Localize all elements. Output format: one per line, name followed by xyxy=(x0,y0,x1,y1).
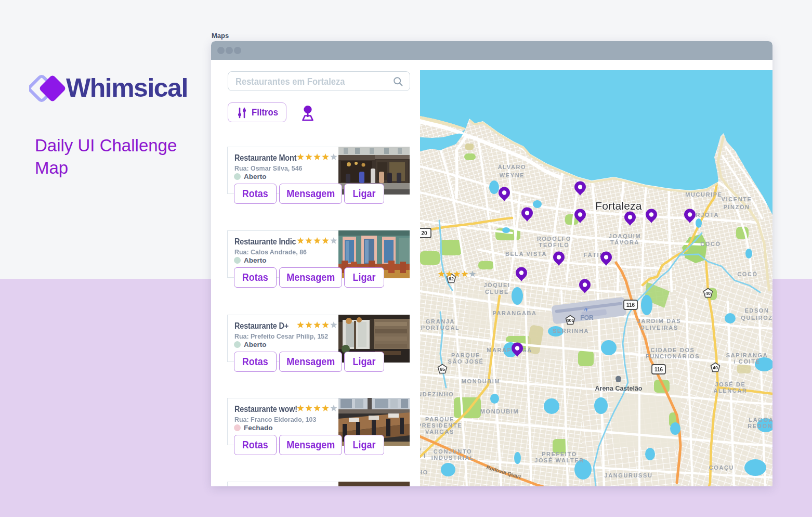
svg-text:CLUBE: CLUBE xyxy=(485,289,509,295)
svg-text:PARQUE: PARQUE xyxy=(451,352,480,358)
svg-text:JÓQUEI: JÓQUEI xyxy=(483,282,510,288)
svg-text:VARGAS: VARGAS xyxy=(425,429,454,435)
svg-text:MARAPONGA: MARAPONGA xyxy=(487,347,532,353)
svg-text:Arena Castelão: Arena Castelão xyxy=(595,385,642,392)
svg-text:ÁLVARO: ÁLVARO xyxy=(498,164,526,170)
svg-text:PARQUE: PARQUE xyxy=(425,416,454,422)
svg-text:40: 40 xyxy=(713,365,718,370)
svg-text:VICENTE: VICENTE xyxy=(722,196,752,202)
svg-text:65: 65 xyxy=(440,367,445,372)
svg-text:MUCURIPE: MUCURIPE xyxy=(685,191,722,198)
svg-text:BELA VISTA: BELA VISTA xyxy=(505,251,547,257)
svg-text:COAÇU: COAÇU xyxy=(709,464,734,471)
svg-text:JARDIM DAS: JARDIM DAS xyxy=(637,318,681,324)
svg-text:62: 62 xyxy=(449,276,454,281)
svg-text:LAGOA-: LAGOA- xyxy=(749,417,772,423)
svg-text:JOSÉ DE: JOSÉ DE xyxy=(715,381,746,387)
svg-text:JOAQUIM: JOAQUIM xyxy=(609,233,641,239)
svg-text:PRESIDENTE: PRESIDENTE xyxy=(420,422,462,429)
svg-text:WEYNE: WEYNE xyxy=(500,172,525,178)
svg-text:TEÓFILO: TEÓFILO xyxy=(539,242,570,248)
svg-text:MONDUBIM: MONDUBIM xyxy=(480,408,519,415)
svg-text:RE I: RE I xyxy=(420,453,426,459)
svg-text:REDOND: REDOND xyxy=(748,423,772,429)
svg-text:EDSON: EDSON xyxy=(744,307,769,314)
svg-text:HO: HO xyxy=(420,469,428,475)
svg-text:JOSÉ WALTER: JOSÉ WALTER xyxy=(534,457,584,463)
svg-text:/ COITÉ: / COITÉ xyxy=(734,358,761,365)
svg-text:OLIVEIRAS: OLIVEIRAS xyxy=(640,325,678,331)
svg-text:ALENCAR: ALENCAR xyxy=(714,387,748,394)
svg-text:116: 116 xyxy=(654,367,663,372)
svg-text:TÁVORA: TÁVORA xyxy=(610,239,639,245)
svg-text:PREFEITO: PREFEITO xyxy=(542,451,577,457)
svg-text:20: 20 xyxy=(421,230,427,236)
svg-text:RODOLFO: RODOLFO xyxy=(537,236,571,242)
svg-text:MONDUBIM: MONDUBIM xyxy=(462,378,501,384)
svg-text:INDUSTRIAL: INDUSTRIAL xyxy=(431,455,475,461)
svg-text:FUNCIONÁRIOS: FUNCIONÁRIOS xyxy=(646,353,700,359)
svg-text:SAPIRANGA: SAPIRANGA xyxy=(726,352,768,358)
svg-text:401: 401 xyxy=(566,318,574,323)
svg-text:40: 40 xyxy=(705,291,711,296)
svg-text:INDEZINHO: INDEZINHO xyxy=(420,391,454,397)
svg-text:COCÓ: COCÓ xyxy=(700,241,721,247)
svg-text:CONJUNTO: CONJUNTO xyxy=(434,448,472,455)
svg-text:CIDADE DOS: CIDADE DOS xyxy=(650,347,695,353)
svg-text:FOR: FOR xyxy=(580,314,594,321)
svg-text:116: 116 xyxy=(626,302,635,308)
svg-text:Fortaleza: Fortaleza xyxy=(595,200,641,212)
svg-text:PINZÓN: PINZÓN xyxy=(723,204,750,210)
svg-text:JANGURUSSU: JANGURUSSU xyxy=(604,472,652,479)
svg-text:QUEIROZ: QUEIROZ xyxy=(741,315,772,321)
svg-text:PARANGABA: PARANGABA xyxy=(492,310,536,316)
svg-text:SERRINHA: SERRINHA xyxy=(553,328,589,334)
svg-text:GRANJA: GRANJA xyxy=(426,318,455,325)
svg-text:SÃO JOSÉ: SÃO JOSÉ xyxy=(448,358,483,365)
svg-text:PORTUGAL: PORTUGAL xyxy=(421,325,460,331)
svg-text:COCÓ: COCÓ xyxy=(737,271,757,277)
svg-text:O: O xyxy=(420,446,422,453)
